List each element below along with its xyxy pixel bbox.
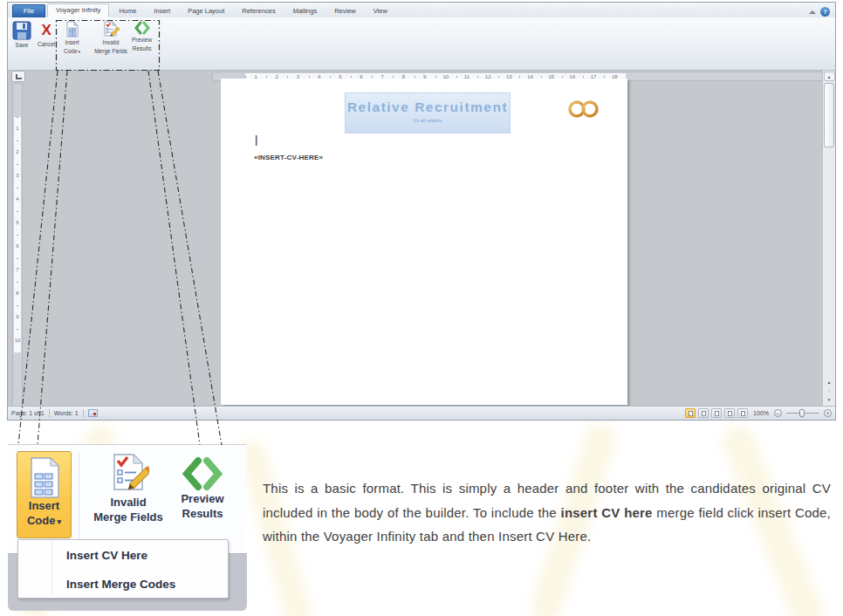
tab-stop-selector[interactable]	[11, 71, 25, 82]
invalid-merge-fields-button[interactable]: Invalid Merge Fields	[93, 21, 129, 54]
tab-stop-icon	[16, 74, 22, 79]
ribbon-tab[interactable]: Mailings	[285, 5, 326, 17]
proofing-status-icon[interactable]	[88, 409, 98, 417]
callout-invalid-merge-fields-button[interactable]: Invalid Merge Fields	[86, 453, 170, 524]
callout-insert-code-button[interactable]: Insert Code	[17, 451, 72, 538]
insert-code-label-line2: Code	[27, 513, 61, 530]
document-area: 123456789101112131415161718 12345678910 …	[8, 71, 835, 406]
menu-item[interactable]: Insert Merge Codes	[18, 572, 228, 598]
insert-code-label-line1: Insert	[29, 498, 59, 513]
ruler-number: 1	[14, 117, 21, 140]
help-icon[interactable]: ?	[820, 7, 830, 17]
ruler-number: 2	[14, 140, 21, 164]
header-brand-box: Relative Recruitment It's all relative	[345, 92, 511, 133]
select-browse-object-button[interactable]: ○	[824, 387, 834, 396]
outline-view-button[interactable]	[724, 408, 735, 418]
draft-view-button[interactable]	[737, 408, 748, 418]
callout-preview-results-button[interactable]: Preview Results	[171, 456, 234, 521]
zoom-out-button[interactable]: –	[774, 409, 782, 417]
ribbon-tab[interactable]: Insert	[146, 5, 178, 17]
invalid-merge-fields-label-line2: Merge Fields	[93, 510, 162, 524]
ruler-number: 10	[14, 329, 21, 352]
text-cursor: |	[255, 133, 257, 146]
ruler-number: 7	[14, 258, 21, 282]
zoom-slider-thumb[interactable]	[799, 409, 805, 417]
word-window: FileVoyager InfinityHomeInsertPage Layou…	[7, 2, 836, 421]
ribbon-tab[interactable]: Review	[326, 5, 364, 17]
page-count[interactable]: Page: 1 of 1	[11, 410, 45, 416]
cancel-x-icon: X	[41, 21, 51, 39]
previous-page-button[interactable]: ▲	[824, 379, 834, 387]
invalid-merge-fields-label-line1: Invalid	[110, 495, 146, 510]
minimize-ribbon-icon[interactable]	[809, 10, 816, 14]
cancel-button[interactable]: X Cancel	[38, 21, 55, 48]
ruler-number: 3	[14, 164, 21, 188]
screenshot-root: { "window": { "tabs": [ {"label":"File",…	[0, 0, 843, 616]
insert-code-dropdown-menu: Insert CV HereInsert Merge Codes	[17, 539, 229, 599]
scroll-up-button[interactable]: ▲	[824, 72, 835, 81]
preview-results-button[interactable]: Preview Results	[132, 21, 152, 51]
invalid-merge-fields-icon	[107, 453, 149, 495]
print-layout-view-button[interactable]	[685, 408, 696, 418]
description-paragraph: This is a basic format. This is simply a…	[263, 476, 831, 549]
ribbon-tab[interactable]: Voyager Infinity	[47, 3, 109, 17]
preview-results-label-line1: Preview	[181, 491, 223, 506]
web-layout-view-button[interactable]	[711, 408, 722, 418]
invalid-merge-fields-icon	[103, 21, 120, 38]
ribbon-tab[interactable]: References	[234, 5, 283, 17]
preview-results-label-line1: Preview	[132, 37, 152, 44]
ruler-number: 6	[14, 235, 21, 258]
ruler-number: 9	[14, 305, 21, 329]
preview-results-label-line2: Results	[133, 45, 152, 52]
save-icon	[12, 21, 31, 40]
invalid-merge-fields-label-line1: Invalid	[103, 39, 120, 46]
scrollbar-thumb[interactable]	[824, 83, 834, 147]
fullscreen-reading-view-button[interactable]	[698, 408, 709, 418]
menu-item[interactable]: Insert CV Here	[18, 543, 228, 569]
ruler-number: 4	[14, 188, 21, 211]
ribbon: Save X Cancel Insert Code	[8, 17, 835, 71]
invalid-merge-fields-label-line2: Merge Fields	[94, 48, 127, 55]
insert-code-label-line1: Insert	[65, 39, 79, 46]
zoom-level[interactable]: 100%	[753, 410, 769, 416]
word-count[interactable]: Words: 1	[54, 410, 79, 416]
insert-code-button[interactable]: Insert Code	[64, 21, 80, 55]
status-bar: Page: 1 of 1 Words: 1 100% – +	[8, 406, 835, 420]
insert-code-icon	[27, 457, 62, 498]
ribbon-tab-bar: FileVoyager InfinityHomeInsertPage Layou…	[8, 3, 835, 17]
document-page[interactable]: Relative Recruitment It's all relative |…	[221, 79, 627, 405]
brand-title: Relative Recruitment	[346, 99, 510, 115]
insert-code-icon	[65, 21, 79, 38]
preview-results-icon	[182, 456, 223, 491]
next-page-button[interactable]: ▼	[824, 396, 834, 405]
zoom-in-button[interactable]: +	[824, 409, 832, 417]
zoom-slider[interactable]	[786, 413, 819, 414]
brand-tagline: It's all relative	[346, 118, 510, 123]
ribbon-tab[interactable]: File	[12, 4, 45, 17]
infinity-logo-icon	[566, 98, 601, 120]
save-label: Save	[16, 42, 29, 49]
vertical-scrollbar[interactable]: ▲ ▲ ○ ▼	[822, 71, 835, 406]
vertical-ruler[interactable]: 12345678910	[12, 83, 23, 406]
save-button[interactable]: Save	[12, 21, 31, 49]
preview-results-icon	[134, 21, 150, 35]
ribbon-tab[interactable]: Home	[111, 5, 144, 17]
callout-group-divider	[79, 453, 79, 547]
ruler-number: 5	[14, 211, 21, 235]
insert-code-label-line2: Code	[64, 48, 80, 56]
preview-results-label-line2: Results	[182, 506, 223, 521]
ribbon-tab[interactable]: Page Layout	[180, 5, 232, 17]
ribbon-tab[interactable]: View	[366, 5, 395, 17]
cancel-label: Cancel	[38, 41, 55, 48]
ruler-number: 8	[14, 282, 21, 305]
merge-field-text: «INSERT-CV-HERE»	[254, 154, 323, 161]
